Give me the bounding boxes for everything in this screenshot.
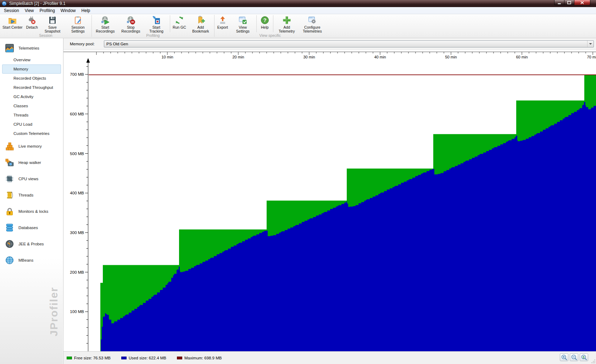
sidebar-item-label: Threads (18, 193, 33, 197)
sidebar-item-cpu-views[interactable]: CPU views (0, 171, 63, 187)
run-gc-icon (175, 16, 184, 25)
maximize-button[interactable] (564, 0, 574, 5)
sidebar-item-label: MBeans (18, 258, 33, 262)
statusbar: Free size: 76.53 MBUsed size: 622.4 MBMa… (63, 351, 596, 364)
menu-item-profiling[interactable]: Profiling (37, 7, 58, 14)
add-bookmark-button[interactable]: Add Bookmark (188, 14, 213, 33)
detach-button[interactable]: Detach (24, 14, 40, 29)
legend-swatch (177, 357, 182, 359)
sidebar-item-databases[interactable]: Databases (0, 220, 63, 236)
cpu-views-icon (5, 174, 14, 183)
main-panel: Memory pool: PS Old Gen 10 min20 min30 m… (63, 38, 596, 364)
chart-area: 10 min20 min30 min40 min50 min60 min70 m… (63, 50, 596, 351)
svg-text:20 min: 20 min (232, 55, 244, 59)
sidebar-item-threads[interactable]: Threads (2, 110, 61, 120)
sidebar-item-recorded-objects[interactable]: Recorded Objects (2, 74, 61, 83)
start-tracking-icon (152, 16, 161, 25)
save-snapshot-button[interactable]: Save Snapshot (40, 14, 65, 33)
sidebar-item-custom-telemetries[interactable]: Custom Telemetries (2, 129, 61, 138)
chevron-down-icon (587, 41, 594, 47)
sidebar-item-memory[interactable]: Memory (2, 64, 61, 74)
sidebar-item-label: Databases (18, 226, 38, 230)
sidebar-item-overview[interactable]: Overview (2, 55, 61, 64)
sidebar-item-heap-walker[interactable]: Heap walker (0, 154, 63, 171)
sidebar-item-label: Telemetries (18, 46, 39, 50)
svg-text:700 MB: 700 MB (70, 72, 84, 76)
svg-text:200 MB: 200 MB (70, 270, 84, 274)
svg-text:500 MB: 500 MB (70, 152, 84, 156)
toolbar-separator (273, 15, 273, 32)
toolbar-group-session: Start CenterDetachSave SnapshotSession S… (1, 14, 91, 38)
close-button[interactable] (574, 0, 590, 5)
sidebar-item-label: CPU views (18, 177, 38, 181)
start-recordings-button[interactable]: Start Recordings (93, 14, 118, 33)
sidebar-item-jee-probes[interactable]: JEE & Probes (0, 236, 63, 252)
add-telemetry-icon (282, 16, 291, 25)
menu-item-help[interactable]: Help (79, 7, 93, 14)
run-gc-button[interactable]: Run GC (171, 14, 188, 29)
toolbar-group-profiling: Start RecordingsStop RecordingsStart Tra… (93, 14, 213, 38)
sidebar-item-threads[interactable]: Threads (0, 187, 63, 203)
start-center-button[interactable]: Start Center (1, 14, 24, 29)
svg-text:300 MB: 300 MB (70, 231, 84, 235)
help-button[interactable]: ?Help (257, 14, 272, 29)
svg-text:?: ? (263, 17, 266, 23)
sidebar-item-label: Heap walker (18, 160, 41, 165)
toolbar-button-label: View Settings (232, 25, 254, 33)
detach-icon (27, 16, 37, 25)
sidebar-item-mbeans[interactable]: MBeans (0, 252, 63, 268)
titlebar: SimpleBatch [2] - JProfiler 9.1 (0, 0, 596, 7)
zoom-in-button[interactable] (560, 353, 568, 361)
memory-pool-row: Memory pool: PS Old Gen (63, 38, 596, 50)
svg-text:100 MB: 100 MB (70, 309, 84, 314)
session-settings-button[interactable]: Session Settings (65, 14, 91, 33)
toolbar-button-label: Help (261, 25, 269, 29)
zoom-fit-button[interactable] (580, 353, 588, 361)
toolbar-button-label: Session Settings (67, 25, 89, 33)
view-settings-button[interactable]: View Settings (230, 14, 256, 33)
svg-text:400 MB: 400 MB (70, 191, 84, 195)
start-center-icon (8, 16, 17, 25)
stop-recordings-button[interactable]: Stop Recordings (118, 14, 144, 33)
sidebar-item-gc-activity[interactable]: GC Activity (2, 92, 61, 101)
minimize-button[interactable] (554, 0, 564, 5)
svg-text:60 min: 60 min (516, 55, 528, 59)
memory-pool-select[interactable]: PS Old Gen (104, 40, 594, 47)
sidebar-item-telemetries[interactable]: Telemetries (0, 41, 63, 55)
sidebar-item-label: JEE & Probes (18, 242, 44, 246)
menu-item-window[interactable]: Window (58, 7, 79, 14)
resize-grip[interactable] (591, 359, 596, 364)
memory-pool-label: Memory pool: (70, 38, 95, 50)
sidebar-item-classes[interactable]: Classes (2, 101, 61, 110)
legend-label: Maximum: 698.9 MB (184, 356, 222, 360)
add-telemetry-button[interactable]: Add Telemetry (274, 14, 300, 33)
memory-pool-value: PS Old Gen (106, 42, 128, 46)
sidebar-item-cpu-load[interactable]: CPU Load (2, 120, 61, 129)
sidebar-item-live-memory[interactable]: Live memory (0, 138, 63, 154)
menu-item-view[interactable]: View (22, 7, 37, 14)
svg-text:50 min: 50 min (445, 55, 457, 59)
legend-swatch (121, 357, 127, 359)
export-button[interactable]: Export (215, 14, 230, 29)
configure-telemetries-button[interactable]: Configure Telemetries (300, 14, 325, 33)
view-settings-icon (238, 16, 247, 25)
svg-text:30 min: 30 min (303, 55, 315, 59)
menu-item-session[interactable]: Session (1, 7, 22, 14)
start-recordings-icon (101, 16, 110, 25)
toolbar-button-label: Add Bookmark (190, 25, 212, 33)
legend-item-used-size: Used size: 622.4 MB (121, 356, 166, 360)
memory-chart: 10 min20 min30 min40 min50 min60 min70 m… (63, 50, 596, 351)
toolbar-button-label: Start Recordings (94, 25, 116, 33)
toolbar-button-label: Stop Recordings (120, 25, 142, 33)
start-tracking-button[interactable]: Start Tracking (144, 14, 169, 33)
monitors-locks-icon (5, 207, 14, 216)
legend-swatch (67, 357, 72, 359)
svg-text:70 min: 70 min (587, 55, 596, 59)
heap-walker-icon (5, 158, 14, 167)
toolbar-button-label: Run GC (173, 25, 186, 29)
sidebar-item-monitors-locks[interactable]: Monitors & locks (0, 203, 63, 220)
save-snapshot-icon (48, 16, 57, 25)
zoom-out-button[interactable] (570, 353, 578, 361)
sidebar-item-recorded-throughput[interactable]: Recorded Throughput (2, 83, 61, 92)
databases-icon (5, 223, 14, 232)
